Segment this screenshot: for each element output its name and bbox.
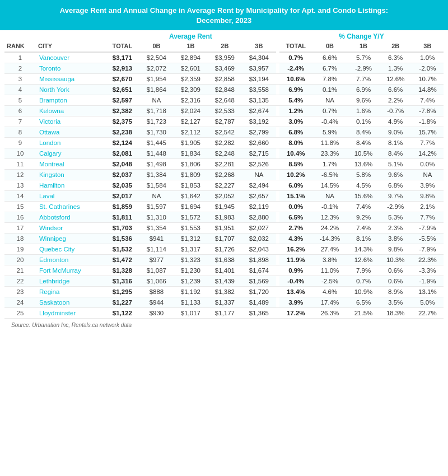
ob-cell: $977 [139,255,174,265]
pct-oneb-cell: 9.6% [347,95,379,106]
pct-oneb-cell: 9.2% [347,212,379,223]
ob-cell: $1,730 [139,127,174,138]
total-cell: $2,670 [105,74,139,85]
oneb-cell: $1,642 [174,191,208,202]
ob-cell: $2,072 [139,63,174,74]
rank-cell: 11 [4,159,36,170]
pct-oneb-cell: 21.5% [347,308,379,319]
pct-threeb-cell: 7.7% [412,138,444,148]
pct-threeb-cell: 15.7% [412,127,444,138]
pct-twob-cell: 9.6% [380,170,412,180]
city-cell: Victoria [36,116,105,127]
rank-cell: 21 [4,265,36,276]
city-cell: St. Catharines [36,202,105,212]
pct-total-cell: 8.0% [279,138,312,148]
threeb-cell: $2,032 [242,234,276,244]
oneb-cell: $2,024 [174,106,208,116]
pct-ob-cell: 4.6% [312,287,348,297]
oneb-cell: $1,694 [174,202,208,212]
pct-total-cell: 5.4% [279,95,312,106]
pct-threeb-cell: 1.0% [412,52,444,63]
table-row: 4North York$2,651$1,864$2,309$2,848$3,55… [4,85,444,95]
ob-cell: $1,384 [139,170,174,180]
rank-cell: 4 [4,85,36,95]
pct-twob-cell: 2.3% [380,223,412,234]
page-wrapper: Average Rent and Annual Change in Averag… [0,0,448,335]
header-line1: Average Rent and Annual Change in Averag… [11,6,437,16]
pct-oneb-cell: 14.3% [347,244,379,255]
city-cell: Mississauga [36,74,105,85]
twob-cell: $1,951 [208,223,242,234]
pct-oneb-cell: 7.7% [347,74,379,85]
pct-total-cell: 0.0% [279,202,312,212]
pct-ob-cell: 12.3% [312,212,348,223]
table-row: 14Laval$2,017NA$1,642$2,052$2,65715.1%NA… [4,191,444,202]
total-cell: $1,328 [105,265,139,276]
twob-cell: $1,638 [208,255,242,265]
pct-oneb-cell: 6.5% [347,297,379,308]
pct-threeb-cell: -1.9% [412,276,444,287]
total-cell: $2,081 [105,148,139,159]
oneb-cell: $1,323 [174,255,208,265]
total-cell: $1,811 [105,212,139,223]
total-cell: $1,316 [105,276,139,287]
threeb-cell: $3,135 [242,95,276,106]
ob-cell: $1,718 [139,106,174,116]
pct-ob-cell: NA [312,191,348,202]
oneb-cell: $1,806 [174,159,208,170]
pct-oneb-cell: 7.4% [347,223,379,234]
pct-ob-cell: -2.5% [312,276,348,287]
total-cell: $2,035 [105,180,139,191]
pct-twob-cell: 9.0% [380,127,412,138]
pct-threeb-cell: NA [412,170,444,180]
city-cell: Edmonton [36,255,105,265]
table-row: 19Quebec City$1,532$1,114$1,317$1,726$2,… [4,244,444,255]
city-cell: Lethbridge [36,276,105,287]
pct-ob-cell: -14.3% [312,234,348,244]
pct-ob-cell: 7.8% [312,74,348,85]
pct-ob-cell: 14.5% [312,180,348,191]
pct-threeb-cell: 2.1% [412,202,444,212]
pct-oneb-cell: 7.4% [347,202,379,212]
city-cell: Vancouver [36,52,105,63]
table-row: 21Fort McMurray$1,328$1,087$1,230$1,401$… [4,265,444,276]
rank-cell: 22 [4,276,36,287]
pct-oneb-cell: 7.9% [347,265,379,276]
pct-total-cell: -2.4% [279,63,312,74]
twob-cell: $1,707 [208,234,242,244]
table-row: 23Regina$1,295$888$1,192$1,382$1,72013.4… [4,287,444,297]
pct-twob-cell: 6.8% [380,180,412,191]
ob-cell: $1,310 [139,212,174,223]
col-pct-threeb: 3B [412,41,444,52]
ob-cell: $930 [139,308,174,319]
pct-twob-cell: 6.3% [380,52,412,63]
table-row: 16Abbotsford$1,811$1,310$1,572$1,983$2,8… [4,212,444,223]
twob-cell: $1,382 [208,287,242,297]
pct-twob-cell: 8.4% [380,148,412,159]
city-cell: North York [36,85,105,95]
section-header-row: Average Rent % Change Y/Y [4,30,444,41]
pct-ob-cell: 23.3% [312,148,348,159]
col-twob: 2B [208,41,242,52]
twob-cell: $2,787 [208,116,242,127]
city-cell: Saskatoon [36,297,105,308]
twob-cell: $2,248 [208,148,242,159]
pct-twob-cell: 12.6% [380,74,412,85]
pct-threeb-cell: 14.8% [412,85,444,95]
total-cell: $1,536 [105,234,139,244]
pct-total-cell: 1.2% [279,106,312,116]
rank-cell: 23 [4,287,36,297]
threeb-cell: $4,304 [242,52,276,63]
pct-total-cell: 2.7% [279,223,312,234]
city-cell: Hamilton [36,180,105,191]
threeb-cell: $2,043 [242,244,276,255]
pct-ob-cell: 26.3% [312,308,348,319]
pct-ob-cell: NA [312,95,348,106]
oneb-cell: $2,127 [174,116,208,127]
oneb-cell: $1,317 [174,244,208,255]
city-cell: Brampton [36,95,105,106]
table-row: 11Montreal$2,048$1,498$1,806$2,281$2,526… [4,159,444,170]
rank-cell: 8 [4,127,36,138]
pct-oneb-cell: 1.6% [347,106,379,116]
city-cell: Fort McMurray [36,265,105,276]
